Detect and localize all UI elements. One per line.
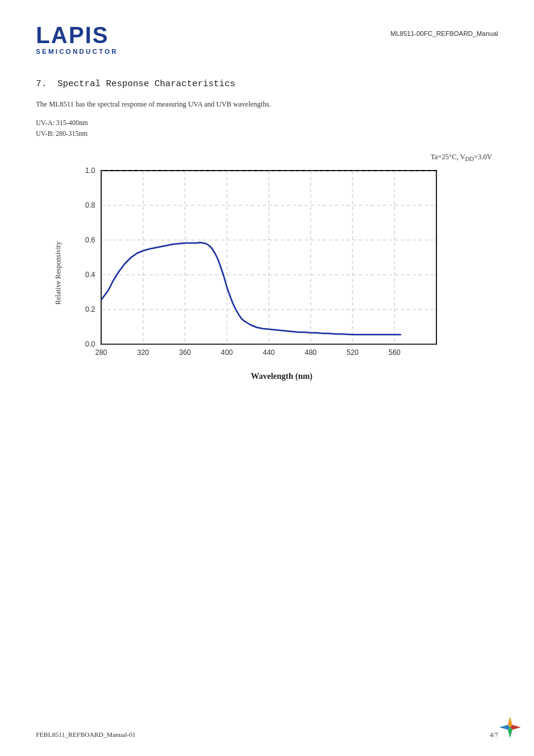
svg-text:1.0: 1.0 xyxy=(85,166,95,175)
logo-semiconductor: SEMICONDUCTOR xyxy=(36,48,118,55)
svg-text:0.0: 0.0 xyxy=(85,340,95,348)
footer-left: FEBL8511_REFBOARD_Manual-01 xyxy=(36,731,135,738)
svg-text:0.4: 0.4 xyxy=(85,271,95,279)
doc-title: ML8511-00FC_REFBOARD_Manual xyxy=(390,30,498,37)
svg-text:0.6: 0.6 xyxy=(85,236,95,244)
watermark-icon xyxy=(497,714,526,743)
logo-lapis: LAPIS xyxy=(36,24,118,47)
header: LAPIS SEMICONDUCTOR ML8511-00FC_REFBOARD… xyxy=(36,24,498,55)
svg-text:360: 360 xyxy=(179,348,191,357)
svg-text:480: 480 xyxy=(305,348,317,357)
uv-b: UV-B: 280-315nm xyxy=(36,128,498,139)
chart-svg: 1.0 0.8 0.6 0.4 0.2 0.0 280 320 360 400 … xyxy=(65,165,448,368)
section-body: The ML8511 has the spectral response of … xyxy=(36,100,498,109)
svg-text:0.8: 0.8 xyxy=(85,201,95,210)
chart-condition: Ta=25°C, VDD=3.0V xyxy=(54,153,492,162)
svg-text:0.2: 0.2 xyxy=(85,305,95,314)
svg-text:440: 440 xyxy=(263,348,275,357)
svg-text:280: 280 xyxy=(95,348,107,357)
x-axis-label: Wavelength (nm) xyxy=(65,372,498,381)
chart-wrapper: Relative Responsivity xyxy=(54,165,498,381)
logo-area: LAPIS SEMICONDUCTOR xyxy=(36,24,118,55)
kofax-svg xyxy=(497,714,523,740)
chart-container: Ta=25°C, VDD=3.0V Relative Responsivity xyxy=(54,153,498,381)
page: LAPIS SEMICONDUCTOR ML8511-00FC_REFBOARD… xyxy=(0,0,534,756)
uv-list: UV-A: 315-400nm UV-B: 280-315nm xyxy=(36,117,498,139)
svg-text:520: 520 xyxy=(347,348,359,357)
section-7: 7. Spectral Response Characteristics The… xyxy=(36,79,498,381)
svg-text:320: 320 xyxy=(137,348,149,357)
chart-inner: 1.0 0.8 0.6 0.4 0.2 0.0 280 320 360 400 … xyxy=(65,165,498,381)
y-axis-label: Relative Responsivity xyxy=(54,165,63,381)
footer: FEBL8511_REFBOARD_Manual-01 4/7 xyxy=(36,731,498,738)
uv-a: UV-A: 315-400nm xyxy=(36,117,498,128)
svg-text:400: 400 xyxy=(221,348,233,357)
section-title: 7. Spectral Response Characteristics xyxy=(36,79,498,89)
svg-text:560: 560 xyxy=(389,348,400,357)
